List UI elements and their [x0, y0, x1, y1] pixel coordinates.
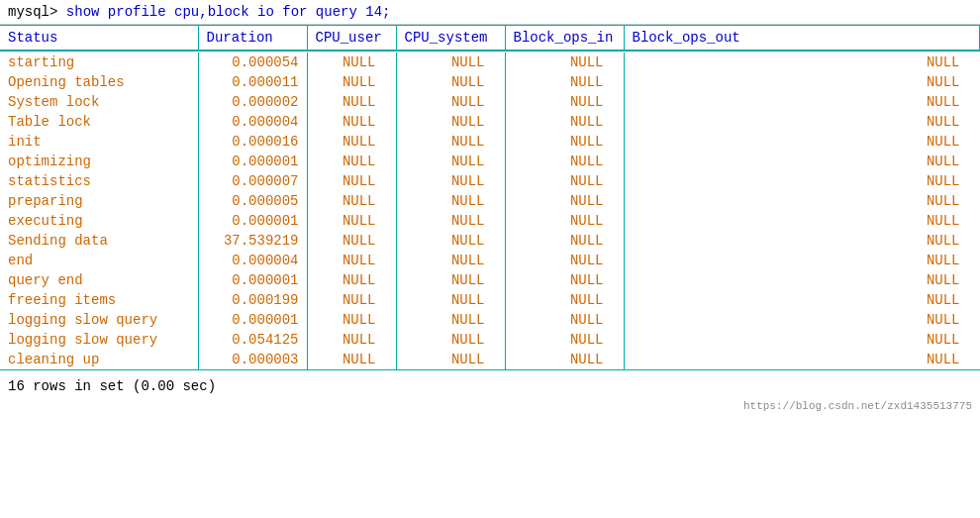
table-cell: NULL [396, 330, 505, 350]
table-cell: NULL [307, 251, 396, 270]
table-cell: NULL [307, 52, 396, 72]
table-cell: NULL [307, 132, 396, 152]
table-cell: executing [0, 211, 198, 231]
table-cell: NULL [624, 350, 980, 370]
table-cell: NULL [307, 171, 396, 191]
table-cell: NULL [307, 290, 396, 310]
header-cpu-user: CPU_user [307, 26, 396, 52]
table-cell: NULL [396, 52, 505, 72]
table-cell: NULL [307, 72, 396, 92]
table-cell: 37.539219 [198, 231, 307, 251]
table-cell: NULL [624, 330, 980, 350]
table-cell: 0.000004 [198, 251, 307, 270]
table-cell: 0.000002 [198, 92, 307, 112]
table-cell: NULL [505, 251, 624, 270]
table-row: logging slow query0.000001NULLNULLNULLNU… [0, 310, 980, 330]
table-cell: NULL [505, 310, 624, 330]
table-cell: NULL [505, 211, 624, 231]
table-cell: end [0, 251, 198, 270]
table-cell: NULL [624, 72, 980, 92]
table-cell: NULL [396, 112, 505, 132]
header-row: Status Duration CPU_user CPU_system Bloc… [0, 26, 980, 52]
table-cell: NULL [307, 211, 396, 231]
table-cell: NULL [505, 330, 624, 350]
table-cell: NULL [396, 211, 505, 231]
table-cell: Table lock [0, 112, 198, 132]
table-cell: NULL [396, 152, 505, 171]
table-cell: 0.000005 [198, 191, 307, 211]
header-cpu-system: CPU_system [396, 26, 505, 52]
header-block-ops-in: Block_ops_in [505, 26, 624, 52]
table-cell: NULL [307, 330, 396, 350]
table-cell: NULL [505, 350, 624, 370]
table-cell: NULL [396, 290, 505, 310]
table-cell: NULL [307, 350, 396, 370]
header-status: Status [0, 26, 198, 52]
table-row: optimizing0.000001NULLNULLNULLNULL [0, 152, 980, 171]
table-cell: NULL [505, 191, 624, 211]
table-cell: NULL [307, 270, 396, 290]
table-cell: NULL [396, 171, 505, 191]
table-row: Opening tables0.000011NULLNULLNULLNULL [0, 72, 980, 92]
table-cell: NULL [505, 290, 624, 310]
table-cell: NULL [624, 92, 980, 112]
table-cell: 0.000007 [198, 171, 307, 191]
table-row: init0.000016NULLNULLNULLNULL [0, 132, 980, 152]
header-duration: Duration [198, 26, 307, 52]
table-cell: NULL [396, 270, 505, 290]
table-cell: NULL [396, 132, 505, 152]
table-row: cleaning up0.000003NULLNULLNULLNULL [0, 350, 980, 370]
table-cell: 0.000199 [198, 290, 307, 310]
table-row: freeing items0.000199NULLNULLNULLNULL [0, 290, 980, 310]
table-cell: NULL [624, 171, 980, 191]
header-block-ops-out: Block_ops_out [624, 26, 980, 52]
profile-table: Status Duration CPU_user CPU_system Bloc… [0, 25, 980, 374]
table-cell: NULL [307, 112, 396, 132]
table-cell: init [0, 132, 198, 152]
table-cell: NULL [307, 191, 396, 211]
table-row: System lock0.000002NULLNULLNULLNULL [0, 92, 980, 112]
table-cell: NULL [624, 112, 980, 132]
command-line: mysql> show profile cpu,block io for que… [0, 0, 980, 25]
table-cell: NULL [505, 171, 624, 191]
table-cell: NULL [505, 132, 624, 152]
table-cell: NULL [624, 132, 980, 152]
table-cell: NULL [505, 52, 624, 72]
watermark: https://blog.csdn.net/zxd1435513775 [0, 398, 980, 414]
table-cell: NULL [624, 270, 980, 290]
table-row: statistics0.000007NULLNULLNULLNULL [0, 171, 980, 191]
table-cell: NULL [396, 191, 505, 211]
table-body: starting0.000054NULLNULLNULLNULLOpening … [0, 52, 980, 374]
table-row: end0.000004NULLNULLNULLNULL [0, 251, 980, 270]
table-cell: NULL [624, 191, 980, 211]
table-cell: NULL [624, 310, 980, 330]
table-row: Sending data37.539219NULLNULLNULLNULL [0, 231, 980, 251]
table-row: logging slow query0.054125NULLNULLNULLNU… [0, 330, 980, 350]
table-row: preparing0.000005NULLNULLNULLNULL [0, 191, 980, 211]
table-cell: NULL [396, 350, 505, 370]
table-cell: NULL [624, 211, 980, 231]
table-container: Status Duration CPU_user CPU_system Bloc… [0, 25, 980, 374]
table-cell: NULL [624, 52, 980, 72]
table-cell: NULL [396, 231, 505, 251]
table-cell: 0.000001 [198, 152, 307, 171]
table-cell: NULL [505, 112, 624, 132]
table-cell: NULL [396, 72, 505, 92]
table-cell: NULL [396, 310, 505, 330]
table-cell: logging slow query [0, 330, 198, 350]
table-cell: starting [0, 52, 198, 72]
result-line: 16 rows in set (0.00 sec) [0, 374, 980, 398]
table-cell: NULL [307, 92, 396, 112]
table-cell: 0.000016 [198, 132, 307, 152]
table-cell: cleaning up [0, 350, 198, 370]
table-cell: 0.000001 [198, 310, 307, 330]
table-cell: NULL [307, 231, 396, 251]
table-cell: 0.000001 [198, 211, 307, 231]
command-text: show profile cpu,block io for query 14; [57, 4, 390, 20]
table-cell: NULL [505, 270, 624, 290]
table-cell: 0.000001 [198, 270, 307, 290]
prompt: mysql> [8, 4, 57, 20]
table-cell: NULL [505, 72, 624, 92]
table-cell: query end [0, 270, 198, 290]
table-cell: 0.000011 [198, 72, 307, 92]
